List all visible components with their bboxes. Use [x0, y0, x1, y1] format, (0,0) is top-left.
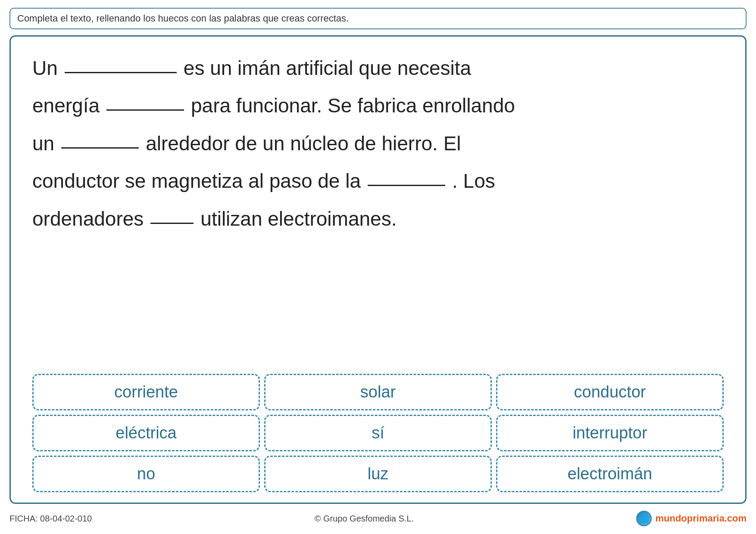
blank-3[interactable]	[61, 145, 139, 149]
line2-after: para funcionar. Se fabrica enrollando	[191, 87, 515, 124]
words-grid: corriente solar conductor eléctrica sí i…	[32, 374, 724, 492]
logo-name: mundoprimaria	[655, 513, 724, 524]
line3-before: un	[32, 125, 54, 162]
word-card-si[interactable]: sí	[264, 415, 492, 451]
blank-1[interactable]	[65, 70, 177, 73]
text-line-5: ordenadores utilizan electroimanes.	[32, 200, 724, 238]
line1-before: Un	[32, 50, 58, 87]
line4-after: . Los	[452, 162, 495, 200]
instruction-text: Completa el texto, rellenando los huecos…	[17, 13, 349, 24]
blank-5[interactable]	[150, 220, 194, 224]
word-card-solar[interactable]: solar	[264, 374, 492, 410]
word-card-corriente[interactable]: corriente	[32, 374, 260, 410]
logo-tld: .com	[725, 513, 747, 524]
footer-copyright: © Grupo Gesfomedia S.L.	[315, 514, 414, 524]
logo-globe-icon: 🌐	[636, 511, 652, 526]
instruction-box: Completa el texto, rellenando los huecos…	[9, 8, 747, 29]
word-card-electroiman[interactable]: electroimán	[496, 456, 724, 492]
text-line-2: energía para funcionar. Se fabrica enrol…	[32, 87, 724, 124]
footer: FICHA: 08-04-02-010 © Grupo Gesfomedia S…	[9, 509, 747, 528]
line5-before: ordenadores	[32, 200, 144, 238]
logo-text: mundoprimaria.com	[655, 513, 747, 524]
blank-4[interactable]	[368, 183, 445, 186]
line4-before: conductor se magnetiza al paso de la	[32, 162, 361, 200]
word-card-conductor[interactable]: conductor	[496, 374, 724, 410]
line2-before: energía	[32, 87, 100, 124]
blank-2[interactable]	[106, 107, 184, 111]
line5-after: utilizan electroimanes.	[200, 200, 397, 238]
main-content: Un es un imán artificial que necesita en…	[9, 35, 747, 504]
line1-after: es un imán artificial que necesita	[184, 50, 471, 87]
text-line-3: un alrededor de un núcleo de hierro. El	[32, 125, 724, 162]
footer-ficha: FICHA: 08-04-02-010	[9, 514, 92, 524]
word-card-luz[interactable]: luz	[264, 456, 492, 492]
text-line-4: conductor se magnetiza al paso de la . L…	[32, 162, 724, 200]
word-card-electrica[interactable]: eléctrica	[32, 415, 260, 451]
line3-after: alrededor de un núcleo de hierro. El	[146, 125, 461, 162]
word-card-no[interactable]: no	[32, 456, 260, 492]
word-card-interruptor[interactable]: interruptor	[496, 415, 724, 451]
text-line-1: Un es un imán artificial que necesita	[32, 50, 724, 87]
text-area: Un es un imán artificial que necesita en…	[32, 50, 724, 366]
footer-logo: 🌐 mundoprimaria.com	[636, 511, 747, 526]
